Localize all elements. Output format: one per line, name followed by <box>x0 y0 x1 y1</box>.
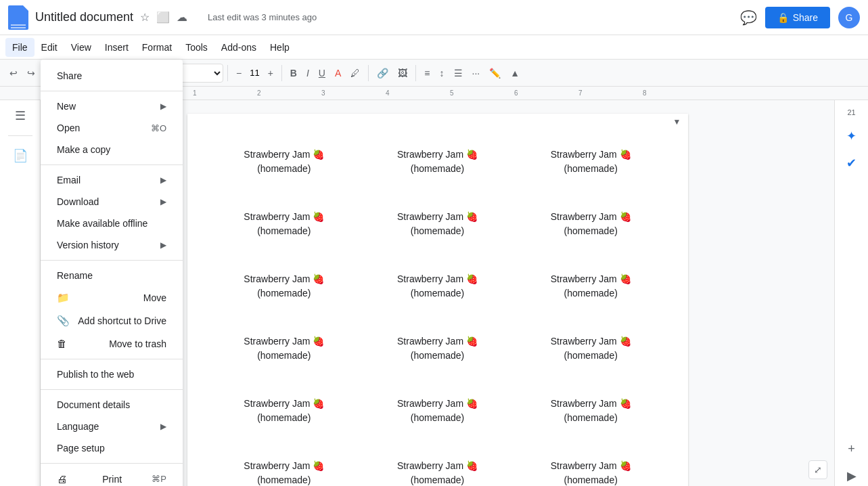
sep-5 <box>41 389 183 390</box>
menu-doc-details[interactable]: Document details <box>41 394 183 416</box>
menu-share[interactable]: Share <box>41 65 183 87</box>
ruler-mark-1: 1 <box>193 89 197 97</box>
label-cell: Strawberry Jam 🍓 (homemade) <box>214 203 355 245</box>
menu-download[interactable]: Download ▶ <box>41 191 183 213</box>
ruler-mark-8: 8 <box>643 89 647 97</box>
font-size-decrease[interactable]: − <box>232 65 246 81</box>
menu-publish[interactable]: Publish to the web <box>41 363 183 385</box>
menu-version-history[interactable]: Version history ▶ <box>41 234 183 256</box>
pages-icon[interactable]: 📄 <box>10 146 30 166</box>
label-cell: Strawberry Jam 🍓 (homemade) <box>367 203 507 245</box>
dropdown-menu-container: Share New ▶ Open ⌘O Make a copy Email ▶ … <box>41 60 183 486</box>
menu-make-copy[interactable]: Make a copy <box>41 139 183 160</box>
menu-item-format[interactable]: Format <box>135 38 179 57</box>
ruler-mark-3: 3 <box>321 89 325 97</box>
share-label: Share <box>793 12 818 23</box>
menu-rename[interactable]: Rename <box>41 265 183 286</box>
menu-trash-label: Move to trash <box>109 338 166 349</box>
doc-icon <box>8 5 28 30</box>
label-cell: Strawberry Jam 🍓 (homemade) <box>214 328 355 370</box>
right-icons: 💬 🔒 Share G <box>740 7 860 28</box>
list-button[interactable]: ☰ <box>450 65 467 81</box>
sep-6 <box>41 463 183 464</box>
undo-button[interactable]: ↩ <box>5 65 22 81</box>
image-button[interactable]: 🖼 <box>394 65 411 81</box>
menu-item-tools[interactable]: Tools <box>179 38 214 57</box>
menu-add-shortcut[interactable]: 📎 Add shortcut to Drive <box>41 309 183 332</box>
menu-page-setup[interactable]: Page setup <box>41 437 183 459</box>
menu-new-label: New <box>57 101 76 112</box>
ruler-mark-5: 5 <box>450 89 454 97</box>
page-dropdown-icon[interactable]: ▼ <box>673 117 681 127</box>
menu-item-insert[interactable]: Insert <box>98 38 135 57</box>
arrow-right-icon[interactable]: ▶ <box>844 466 859 486</box>
page: ▼ Strawberry Jam 🍓 (homemade)Strawberry … <box>187 114 688 486</box>
toolbar-divider-6 <box>415 65 416 81</box>
font-size-value: 11 <box>247 68 262 78</box>
bold-button[interactable]: B <box>286 65 301 81</box>
line-spacing-button[interactable]: ↕ <box>436 65 449 81</box>
menu-new[interactable]: New ▶ <box>41 95 183 117</box>
label-cell: Strawberry Jam 🍓 (homemade) <box>521 328 661 370</box>
font-size-increase[interactable]: + <box>264 65 277 81</box>
toolbar-divider-3 <box>227 65 228 81</box>
page-count-sidebar: 21 <box>844 106 858 119</box>
collapse-button[interactable]: ▲ <box>506 65 524 81</box>
menu-bar: File Edit View Insert Format Tools Add-o… <box>0 35 868 60</box>
plus-icon[interactable]: + <box>845 439 858 459</box>
outline-icon[interactable]: ☰ <box>12 106 28 126</box>
left-panel: ☰ 📄 <box>0 100 41 486</box>
sep-3 <box>41 260 183 261</box>
menu-item-view[interactable]: View <box>64 38 98 57</box>
comment-icon[interactable]: 💬 <box>740 9 757 26</box>
menu-move[interactable]: 📁 Move <box>41 286 183 309</box>
sep-4 <box>41 359 183 359</box>
menu-new-arrow: ▶ <box>160 102 166 111</box>
check-icon[interactable]: ✔ <box>844 153 859 173</box>
ruler-mark-7: 7 <box>578 89 583 97</box>
label-cell: Strawberry Jam 🍓 (homemade) <box>521 452 661 486</box>
menu-item-addons[interactable]: Add-ons <box>214 38 263 57</box>
ruler-mark-2: 2 <box>257 89 261 97</box>
link-button[interactable]: 🔗 <box>373 65 392 81</box>
menu-item-help[interactable]: Help <box>263 38 296 57</box>
italic-button[interactable]: I <box>302 65 313 81</box>
underline-button[interactable]: U <box>315 65 329 81</box>
sep-2 <box>41 164 183 165</box>
drive-icon[interactable]: ⬜ <box>155 9 171 25</box>
more-button[interactable]: ··· <box>468 65 484 81</box>
label-cell: Strawberry Jam 🍓 (homemade) <box>367 265 507 307</box>
doc-title[interactable]: Untitled document <box>35 10 133 24</box>
ruler-mark-4: 4 <box>386 89 390 97</box>
label-cell: Strawberry Jam 🍓 (homemade) <box>521 141 661 183</box>
file-dropdown-menu: Share New ▶ Open ⌘O Make a copy Email ▶ … <box>41 60 183 486</box>
left-panel-divider <box>8 135 32 136</box>
editing-button[interactable]: ✏️ <box>485 65 505 81</box>
menu-move-label: Move <box>143 292 166 303</box>
menu-language[interactable]: Language ▶ <box>41 416 183 437</box>
text-color-button[interactable]: A <box>331 65 345 81</box>
menu-trash[interactable]: 🗑 Move to trash <box>41 332 183 355</box>
menu-move-icon: 📁 <box>57 292 70 304</box>
share-lock-icon: 🔒 <box>777 12 789 23</box>
align-button[interactable]: ≡ <box>420 65 434 81</box>
menu-open[interactable]: Open ⌘O <box>41 117 183 139</box>
menu-doc-details-label: Document details <box>57 399 130 410</box>
menu-email[interactable]: Email ▶ <box>41 169 183 191</box>
label-cell: Strawberry Jam 🍓 (homemade) <box>214 141 355 183</box>
expand-icon[interactable]: ⤢ <box>808 460 827 479</box>
menu-email-arrow: ▶ <box>160 175 166 185</box>
last-edit-text: Last edit was 3 minutes ago <box>208 12 317 22</box>
menu-offline[interactable]: Make available offline <box>41 213 183 234</box>
assistant-icon[interactable]: ✦ <box>844 126 859 146</box>
menu-item-edit[interactable]: Edit <box>35 38 64 57</box>
redo-button[interactable]: ↪ <box>23 65 39 81</box>
avatar[interactable]: G <box>838 7 860 28</box>
cloud-icon[interactable]: ☁ <box>175 9 189 25</box>
share-button[interactable]: 🔒 Share <box>765 7 830 28</box>
menu-item-file[interactable]: File <box>5 38 35 57</box>
highlight-button[interactable]: 🖊 <box>346 65 364 81</box>
title-bar: Untitled document ☆ ⬜ ☁ Last edit was 3 … <box>0 0 868 35</box>
menu-print[interactable]: 🖨 Print ⌘P <box>41 468 183 486</box>
star-icon[interactable]: ☆ <box>139 9 151 25</box>
